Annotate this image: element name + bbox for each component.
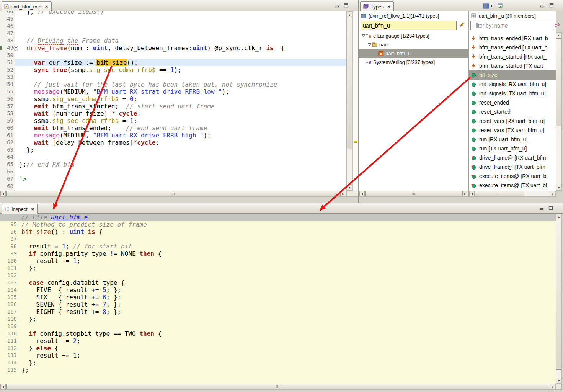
member-item[interactable]: bfm_trans_ended [TX uart_b — [469, 43, 556, 52]
chevron-down-icon[interactable] — [367, 43, 372, 46]
editor-code-line[interactable]: 44 }; // execute_items() — [0, 11, 346, 15]
scroll-left-icon[interactable]: ◀ — [359, 191, 365, 196]
editor-code-line[interactable]: 49− drive_frame(num : uint, delay_betwee… — [0, 44, 346, 52]
editor-code-line[interactable]: 61 message(MEDIUM, "BFM uart RX drive FR… — [0, 132, 346, 139]
editor-code-line[interactable]: 46 — [0, 23, 346, 30]
inspect-code-line[interactable]: 112 } else { — [0, 345, 556, 352]
member-item[interactable]: reset_ended — [469, 98, 556, 107]
inspect-code-line[interactable]: 108 }; — [0, 315, 556, 323]
inspect-vertical-scrollbar[interactable]: ▲ ▼ — [556, 214, 562, 384]
maximize-icon[interactable] — [344, 3, 348, 8]
member-item[interactable]: init_signals [RX uart_bfm_u] — [469, 80, 556, 89]
scroll-up-icon[interactable]: ▲ — [556, 214, 561, 219]
inspect-code-line[interactable]: 114 }; — [0, 359, 556, 366]
inspect-code-line[interactable]: 100 result += 1; — [0, 257, 556, 265]
file-link[interactable]: uart_bfm.e — [51, 214, 88, 221]
dropdown-chevron-icon[interactable]: ▾ — [491, 4, 492, 8]
inspect-code-line[interactable]: 103 case config.databit_type { — [0, 279, 556, 286]
editor-code-line[interactable]: 62 wait [delay_between_frames]*cycle; — [0, 139, 346, 146]
close-icon[interactable]: ✕ — [31, 207, 34, 211]
member-item[interactable]: bfm_trans_started [TX uart_ — [469, 61, 556, 70]
scroll-down-icon[interactable]: ▼ — [556, 378, 561, 383]
editor-code-line[interactable]: 55 message(MEDIUM, "BFM uart RX strat dr… — [0, 88, 346, 95]
minimize-icon[interactable] — [540, 3, 545, 8]
editor-code-line[interactable]: 58 wait [num*cur_fsize] * cycle; — [0, 110, 346, 117]
filter-pencil-icon[interactable] — [459, 22, 465, 28]
member-item[interactable]: reset_started — [469, 107, 556, 116]
editor-code-line[interactable]: 50 — [0, 52, 346, 59]
editor-vertical-scrollbar[interactable]: ▲ ▼ — [346, 11, 352, 191]
inspect-code-line[interactable]: 97 — [0, 235, 556, 243]
inspect-code-line[interactable]: 104 FIVE { result += 5; }; — [0, 286, 556, 294]
member-item[interactable]: bfm_trans_ended [RX uart_b — [469, 34, 556, 43]
member-item[interactable]: run [RX uart_bfm_u] — [469, 135, 556, 144]
inspect-code-line[interactable]: 110 if config.stopbit_type == TWO then { — [0, 330, 556, 337]
tree-item[interactable]: ee Language [1/234 types] — [359, 31, 468, 40]
inspect-code-line[interactable]: 111 result += 2; — [0, 337, 556, 345]
editor-code-line[interactable]: 45 — [0, 15, 346, 23]
inspect-horizontal-scrollbar[interactable]: ◀ ▶ — [0, 384, 556, 390]
member-item[interactable]: drive_frame@ [RX uart_bfm — [469, 153, 556, 162]
editor-code-line[interactable]: 66 — [0, 168, 346, 175]
inspect-code-area[interactable]: // File uart_bfm.e 95// Method to predic… — [0, 214, 556, 384]
member-item[interactable]: drive_frame@ [TX uart_bfm — [469, 162, 556, 172]
type-filter-input[interactable] — [361, 21, 457, 30]
scroll-down-icon[interactable]: ▼ — [347, 185, 352, 190]
tree-item[interactable]: uuart_bfm_u — [359, 49, 468, 58]
editor-code-line[interactable]: 53 — [0, 74, 346, 81]
member-item[interactable]: reset_vars [RX uart_bfm_u] — [469, 116, 556, 126]
member-item[interactable]: execute_items@ [TX uart_bf — [469, 181, 556, 190]
column-layout-icon[interactable] — [483, 3, 489, 9]
editor-code-line[interactable]: 57 emit bfm_trans_started; // start send… — [0, 103, 346, 110]
scrollbar-thumb[interactable] — [475, 191, 524, 196]
member-item[interactable]: run [TX uart_bfm_u] — [469, 144, 556, 153]
maximize-icon[interactable] — [549, 3, 554, 8]
scroll-right-icon[interactable]: ▶ — [463, 191, 468, 196]
inspect-code-line[interactable]: 95// Method to predict size of frame — [0, 221, 556, 228]
editor-code-line[interactable]: 65};// end RX bfm — [0, 161, 346, 168]
scrollbar-thumb[interactable] — [365, 191, 463, 196]
editor-code-line[interactable]: 63 }; — [0, 146, 346, 154]
inspect-tab[interactable]: i Inspect ✕ — [2, 204, 38, 214]
scroll-right-icon[interactable]: ▶ — [550, 384, 555, 389]
editor-code-line[interactable]: 51 var cur_fsize := bit_size(); — [0, 59, 346, 66]
member-item[interactable]: init_signals [TX uart_bfm_u] — [469, 89, 556, 98]
maximize-icon[interactable] — [548, 206, 553, 210]
scrollbar-thumb[interactable] — [6, 191, 341, 196]
scrollbar-thumb[interactable] — [556, 38, 561, 126]
scroll-right-icon[interactable]: ▶ — [550, 191, 555, 196]
types-tab[interactable]: Types ✕ — [360, 1, 394, 11]
member-item[interactable]: execute_items@ [RX uart_bl — [469, 172, 556, 181]
editor-code-line[interactable]: 54 // just wait for the last byte has be… — [0, 81, 346, 88]
inspect-code-line[interactable]: 102 — [0, 272, 556, 279]
scrollbar-thumb[interactable] — [556, 220, 561, 370]
editor-code-line[interactable]: 60 emit bfm_trans_ended; // end send uar… — [0, 124, 346, 132]
editor-code-line[interactable]: 68 — [0, 183, 346, 190]
inspect-code-line[interactable]: 109 — [0, 323, 556, 330]
inspect-code-line[interactable]: 98 result = 1; // for start bit — [0, 243, 556, 250]
inspect-code-line[interactable]: 96bit_size() : uint is { — [0, 228, 556, 235]
scroll-left-icon[interactable]: ◀ — [0, 191, 6, 196]
inspect-code-line[interactable]: 106 SEVEN { result += 7; }; — [0, 301, 556, 308]
scrollbar-thumb[interactable] — [6, 384, 550, 389]
inspect-code-line[interactable]: 115}; — [0, 366, 556, 374]
inspect-code-line[interactable]: 107 EIGHT { result += 8; }; — [0, 308, 556, 315]
tree-item[interactable]: VSystemVerilog [0/237 types] — [359, 58, 468, 67]
editor-code-line[interactable]: 52 sync true(ssmp.sig_sec_cdma_rfrb$ == … — [0, 66, 346, 74]
close-icon[interactable]: ✕ — [387, 5, 390, 9]
inspect-code-line[interactable]: 99 if config.parity_type != NONE then { — [0, 250, 556, 257]
scroll-up-icon[interactable]: ▲ — [347, 12, 352, 17]
minimize-icon[interactable] — [335, 3, 339, 8]
members-horizontal-scrollbar[interactable]: ◀ ▶ — [469, 191, 556, 197]
inspect-code-line[interactable]: 113 result += 1; — [0, 352, 556, 359]
inspect-code-line[interactable]: 105 SIX { result += 6; }; — [0, 294, 556, 301]
editor-code-line[interactable]: 59 ssmp.sig_sec_cdma_rfrb$ = 1; — [0, 117, 346, 124]
editor-code-line[interactable]: 47 — [0, 30, 346, 37]
editor-code-line[interactable]: 67'> — [0, 175, 346, 183]
occurrence-overview-mark[interactable] — [354, 141, 357, 143]
member-filter-input[interactable] — [470, 21, 554, 30]
link-with-editor-icon[interactable] — [497, 3, 503, 9]
members-vertical-scrollbar[interactable]: ▲ ▼ — [556, 32, 562, 191]
member-item[interactable]: bit_size — [469, 70, 556, 80]
scroll-right-icon[interactable]: ▶ — [341, 191, 346, 196]
